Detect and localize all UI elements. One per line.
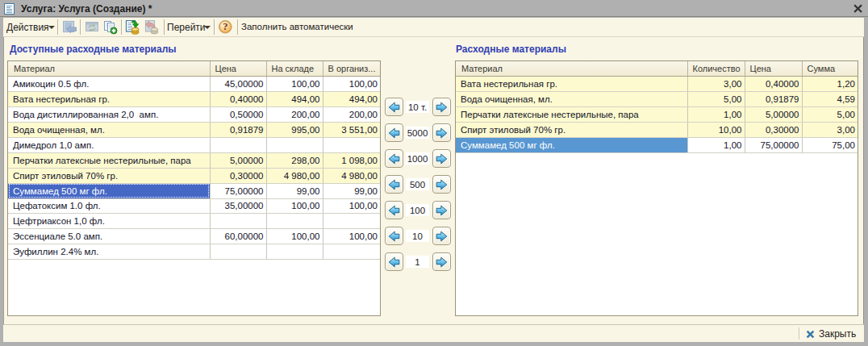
svg-text:?: ? <box>223 21 227 32</box>
